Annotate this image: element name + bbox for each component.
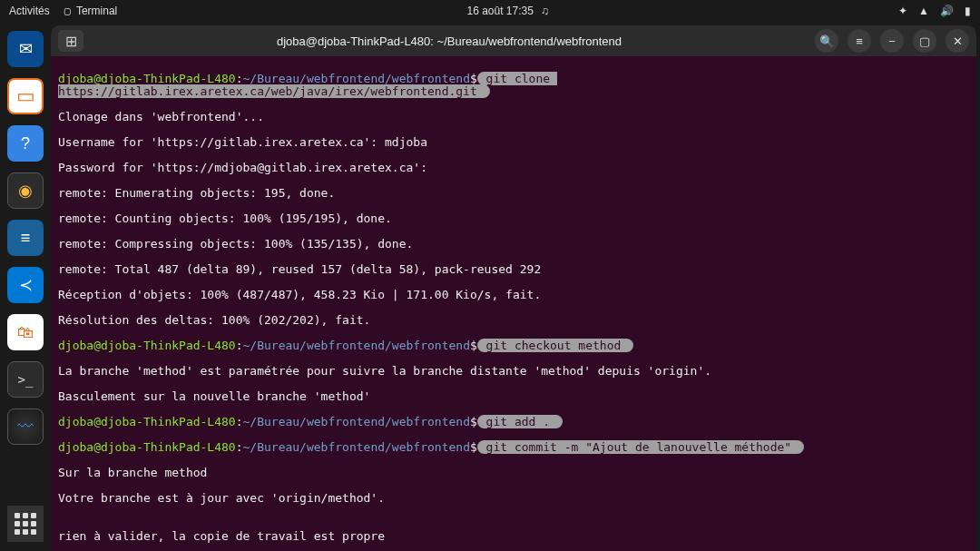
output-line: Basculement sur la nouvelle branche 'met… — [58, 390, 969, 403]
activities-button[interactable]: Activités — [9, 5, 50, 17]
output-line: remote: Counting objects: 100% (195/195)… — [58, 212, 969, 225]
dock-thunderbird-icon[interactable]: ✉ — [7, 31, 44, 67]
close-button[interactable]: ✕ — [946, 29, 969, 53]
minimize-button[interactable]: − — [880, 29, 904, 53]
output-line: Résolution des deltas: 100% (202/202), f… — [58, 314, 969, 327]
output-line: remote: Enumerating objects: 195, done. — [58, 187, 969, 200]
output-line: Sur la branche method — [58, 467, 969, 479]
active-app[interactable]: ▢ Terminal — [64, 5, 118, 17]
dock-files-icon[interactable]: ▭ — [7, 78, 44, 114]
new-tab-button[interactable]: ⊞ — [58, 30, 83, 52]
volume-icon[interactable]: 🔊 — [940, 5, 954, 17]
search-button[interactable]: 🔍 — [815, 29, 838, 53]
cmd-git-commit-1: git commit -m "Ajout de lanouvelle métho… — [477, 440, 804, 454]
accessibility-icon[interactable]: ✦ — [898, 5, 907, 17]
output-line: remote: Compressing objects: 100% (135/1… — [58, 238, 969, 251]
maximize-button[interactable]: ▢ — [913, 29, 936, 53]
dock: ✉ ▭ ? ◉ ≡ ≺ 🛍 >_ 〰 — [0, 22, 51, 551]
dock-writer-icon[interactable]: ≡ — [7, 220, 44, 256]
network-icon[interactable]: ▲ — [918, 5, 929, 17]
active-app-label: Terminal — [76, 5, 117, 17]
window-title: djoba@djoba-ThinkPad-L480: ~/Bureau/webf… — [83, 34, 815, 48]
prompt-path: ~/Bureau/webfrontend/webfrontend — [243, 72, 470, 85]
battery-icon[interactable]: ▮ — [965, 5, 971, 17]
bell-icon[interactable]: ♫ — [541, 5, 549, 17]
cmd-git-add: git add . — [477, 415, 563, 428]
gnome-topbar: Activités ▢ Terminal 16 août 17:35 ♫ ✦ ▲… — [0, 0, 980, 22]
dock-terminal-icon[interactable]: >_ — [7, 361, 44, 398]
dock-software-icon[interactable]: 🛍 — [7, 314, 44, 350]
output-line: Username for 'https://gitlab.irex.aretex… — [58, 136, 969, 149]
prompt-user: djoba@djoba-ThinkPad-L480 — [58, 72, 236, 85]
dock-rhythmbox-icon[interactable]: ◉ — [7, 172, 44, 209]
output-line: remote: Total 487 (delta 89), reused 157… — [58, 263, 969, 276]
output-line: Password for 'https://mdjoba@gitlab.irex… — [58, 162, 969, 174]
show-apps-icon[interactable] — [7, 506, 44, 542]
datetime-label[interactable]: 16 août 17:35 — [466, 5, 533, 17]
output-line: Réception d'objets: 100% (487/487), 458.… — [58, 289, 969, 301]
window-titlebar: ⊞ djoba@djoba-ThinkPad-L480: ~/Bureau/we… — [51, 25, 976, 56]
output-line: rien à valider, la copie de travail est … — [58, 530, 969, 543]
cmd-git-checkout: git checkout method — [477, 339, 633, 352]
terminal-window: ⊞ djoba@djoba-ThinkPad-L480: ~/Bureau/we… — [51, 25, 976, 551]
output-line: La branche 'method' est paramétrée pour … — [58, 365, 969, 378]
menu-button[interactable]: ≡ — [848, 29, 871, 53]
terminal-glyph-icon: ▢ — [64, 5, 71, 17]
output-line: Clonage dans 'webfrontend'... — [58, 111, 969, 123]
dock-vscode-icon[interactable]: ≺ — [7, 267, 44, 303]
output-line: Votre branche est à jour avec 'origin/me… — [58, 492, 969, 505]
dock-monitor-icon[interactable]: 〰 — [7, 408, 44, 445]
terminal-output[interactable]: djoba@djoba-ThinkPad-L480:~/Bureau/webfr… — [51, 56, 976, 551]
dock-help-icon[interactable]: ? — [7, 125, 44, 162]
